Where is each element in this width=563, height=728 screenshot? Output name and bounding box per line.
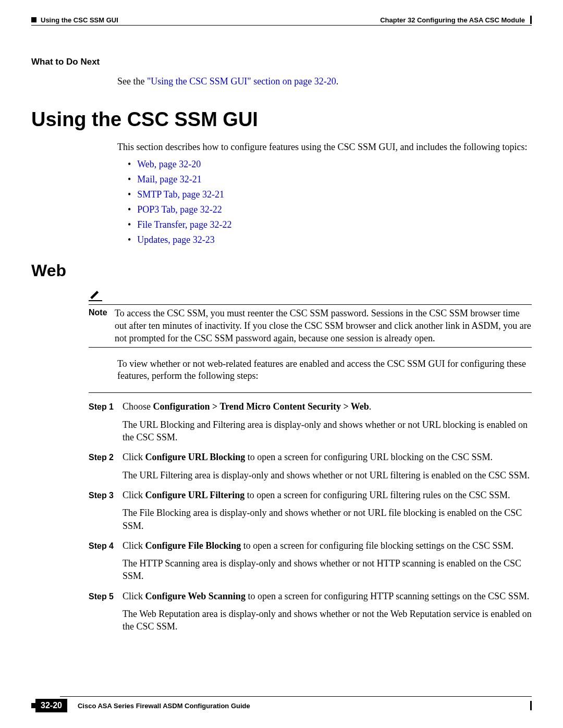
footer-title: Cisco ASA Series Firewall ASDM Configura…	[78, 702, 250, 710]
step-body: Click Configure URL Blocking to open a s…	[123, 451, 532, 463]
wtdn-suffix: .	[336, 76, 339, 87]
step-sub: The Web Reputation area is display-only …	[123, 608, 532, 633]
wtdn-prefix: See the	[117, 76, 147, 87]
step-row: Step 5 Click Configure Web Scanning to o…	[89, 590, 532, 602]
step-body: Choose Configuration > Trend Micro Conte…	[123, 400, 532, 413]
step-row: Step 2 Click Configure URL Blocking to o…	[89, 451, 532, 463]
topic-link[interactable]: SMTP Tab, page 32-21	[128, 189, 532, 200]
steps-divider	[89, 392, 532, 393]
step-row: Step 3 Click Configure URL Filtering to …	[89, 489, 532, 501]
header-marker-icon	[31, 17, 36, 22]
step-number: Step 4	[89, 539, 123, 552]
topic-link[interactable]: File Transfer, page 32-22	[128, 219, 532, 230]
note-text: To access the CSC SSM, you must reenter …	[115, 307, 532, 345]
post-note-paragraph: To view whether or not web-related featu…	[117, 358, 532, 382]
header-section: Using the CSC SSM GUI	[41, 16, 118, 24]
what-to-do-next-text: See the "Using the CSC SSM GUI" section …	[117, 76, 532, 88]
step-number: Step 1	[89, 400, 123, 413]
note-block: Note To access the CSC SSM, you must ree…	[89, 291, 532, 348]
step-body: Click Configure URL Filtering to open a …	[123, 489, 532, 501]
heading-web: Web	[31, 261, 532, 280]
pencil-icon	[89, 294, 102, 303]
header-chapter: Chapter 32 Configuring the ASA CSC Modul…	[380, 16, 525, 24]
footer-bar-icon	[530, 701, 532, 710]
intro-paragraph: This section describes how to configure …	[117, 141, 532, 153]
wtdn-link[interactable]: "Using the CSC SSM GUI" section on page …	[147, 76, 336, 87]
step-sub: The URL Filtering area is display-only a…	[123, 469, 532, 482]
step-sub: The File Blocking area is display-only a…	[123, 507, 532, 532]
step-sub: The HTTP Scanning area is display-only a…	[123, 557, 532, 583]
topic-link[interactable]: Mail, page 32-21	[128, 174, 532, 185]
step-number: Step 3	[89, 489, 123, 501]
heading-using-csc-ssm-gui: Using the CSC SSM GUI	[31, 108, 532, 131]
topic-link[interactable]: Updates, page 32-23	[128, 235, 532, 245]
step-number: Step 5	[89, 590, 123, 602]
page-header: Using the CSC SSM GUI Chapter 32 Configu…	[31, 16, 532, 26]
page-number: 32-20	[35, 699, 67, 712]
topic-link[interactable]: POP3 Tab, page 32-22	[128, 204, 532, 215]
step-number: Step 2	[89, 451, 123, 463]
step-row: Step 1 Choose Configuration > Trend Micr…	[89, 400, 532, 413]
topics-list: Web, page 32-20 Mail, page 32-21 SMTP Ta…	[128, 159, 532, 245]
step-sub: The URL Blocking and Filtering area is d…	[123, 418, 532, 444]
step-body: Click Configure Web Scanning to open a s…	[123, 590, 532, 602]
what-to-do-next-label: What to Do Next	[31, 57, 532, 67]
note-label: Note	[89, 307, 115, 317]
topic-link[interactable]: Web, page 32-20	[128, 159, 532, 170]
header-bar-icon	[530, 16, 532, 24]
page-footer: 32-20 Cisco ASA Series Firewall ASDM Con…	[31, 696, 532, 712]
step-row: Step 4 Click Configure File Blocking to …	[89, 539, 532, 552]
step-body: Click Configure File Blocking to open a …	[123, 539, 532, 552]
